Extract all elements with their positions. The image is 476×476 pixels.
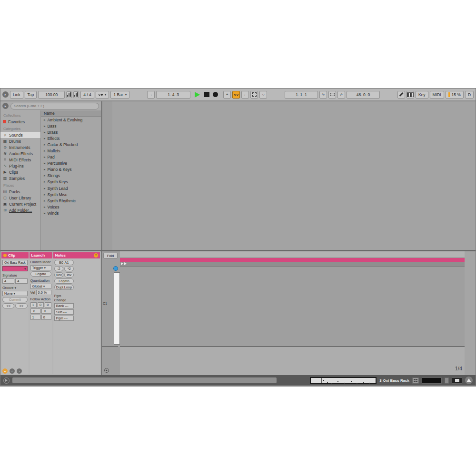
sub-bank-chooser[interactable]: Sub --- <box>54 309 74 315</box>
tap-tempo-button[interactable]: Tap <box>25 91 37 99</box>
clip-name-field[interactable]: Oxi Bass Rack <box>2 260 28 265</box>
duplicate-loop-button[interactable]: Dupl.Loop <box>54 285 74 290</box>
sidebar-item-sounds[interactable]: ♫Sounds <box>0 132 40 138</box>
expand-triangle-icon[interactable]: ▸ <box>44 143 46 147</box>
clip-box-header[interactable]: Clip <box>1 252 29 258</box>
browser-item-synth-misc[interactable]: ▸Synth Misc <box>41 191 101 198</box>
follow-time-beats[interactable]: 0 <box>38 302 44 307</box>
launch-box-toggle[interactable]: ○ <box>10 368 15 374</box>
status-play-icon[interactable] <box>3 377 10 384</box>
double-time-button[interactable]: *2 <box>64 266 74 271</box>
loop-start-display[interactable]: 1. 1. 1 <box>285 91 318 99</box>
expand-triangle-icon[interactable]: ▸ <box>44 149 46 153</box>
loop-brace[interactable] <box>120 258 465 262</box>
browser-item-synth-lead[interactable]: ▸Synth Lead <box>41 185 101 191</box>
metronome-button[interactable] <box>96 91 109 99</box>
reverse-button[interactable]: Rev <box>54 272 64 278</box>
signature-numerator[interactable]: 4 <box>2 278 14 284</box>
fold-button[interactable]: Fold <box>103 253 118 258</box>
browser-item-guitar-plucked[interactable]: ▸Guitar & Plucked <box>41 141 101 148</box>
arrangement-position-display[interactable]: 1. 4. 3 <box>156 91 190 99</box>
sidebar-item-instruments[interactable]: ⊙Instruments <box>0 144 40 150</box>
sidebar-item-user-library[interactable]: ◻User Library <box>0 195 40 201</box>
signature-denominator[interactable]: 4 <box>15 278 27 284</box>
sidebar-item-current-project[interactable]: ▣Current Project <box>0 201 40 207</box>
velocity-amount[interactable]: 0.0 % <box>36 290 51 295</box>
tempo-display[interactable]: 100.00 <box>38 91 65 99</box>
browser-item-bass[interactable]: ▸Bass <box>41 123 101 129</box>
nudge-up-icon[interactable] <box>73 91 79 98</box>
sidebar-item-clips[interactable]: ▶Clips <box>0 169 40 175</box>
midi-map-button[interactable]: MIDI <box>430 91 444 99</box>
browser-item-synth-rhythmic[interactable]: ▸Synth Rhythmic <box>41 198 101 204</box>
search-input[interactable]: Search (Cmd + F) <box>10 103 99 109</box>
overdub-button[interactable]: D <box>465 91 474 99</box>
note-grid[interactable] <box>120 272 465 345</box>
sidebar-item-drums[interactable]: ▦Drums <box>0 138 40 144</box>
browser-item-winds[interactable]: ▸Winds <box>41 210 101 216</box>
stop-button[interactable] <box>204 92 209 97</box>
notes-box-header[interactable]: Notes+ <box>53 252 100 258</box>
expand-triangle-icon[interactable]: ▸ <box>44 155 46 159</box>
launch-mode-chooser[interactable]: Trigger <box>30 265 51 270</box>
browser-item-mallets[interactable]: ▸Mallets <box>41 148 101 154</box>
groove-chooser[interactable]: None <box>2 291 28 296</box>
sidebar-item-packs[interactable]: ▤Packs <box>0 188 40 195</box>
browser-item-brass[interactable]: ▸Brass <box>41 129 101 135</box>
nudge-down-icon[interactable] <box>66 91 72 98</box>
punch-out-button[interactable]: ∿ <box>337 91 345 99</box>
follow-chance-b[interactable]: 0 <box>41 315 51 320</box>
halve-time-button[interactable]: :2 <box>54 266 64 271</box>
cpu-meter[interactable]: 15 % <box>446 91 464 99</box>
preview-headphone-icon[interactable] <box>113 266 118 271</box>
capture-midi-button[interactable]: ← <box>241 91 249 99</box>
expand-triangle-icon[interactable]: ▸ <box>44 187 46 190</box>
commit-button[interactable]: Commit <box>2 297 28 302</box>
beat-time-ruler[interactable] <box>120 251 465 258</box>
play-button[interactable] <box>195 92 200 98</box>
browser-item-effects[interactable]: ▸Effects <box>41 135 101 141</box>
envelope-box-toggle[interactable]: ♪ <box>17 368 22 374</box>
follow-action-b-chooser[interactable] <box>41 308 51 314</box>
sidebar-item-add-folder[interactable]: ⊞Add Folder... <box>0 207 40 213</box>
sidebar-item-midi-effects[interactable]: ≡MIDI Effects <box>0 157 40 163</box>
loop-length-display[interactable]: 48. 0. 0 <box>347 91 380 99</box>
expand-triangle-icon[interactable]: ▸ <box>44 161 46 165</box>
quantization-chooser[interactable]: Global <box>30 284 51 289</box>
collection-favorites[interactable]: Favorites <box>0 119 40 125</box>
name-column-header[interactable]: Name <box>41 110 101 117</box>
browser-item-voices[interactable]: ▸Voices <box>41 204 101 210</box>
browser-item-strings[interactable]: ▸Strings <box>41 173 101 179</box>
legato-notes-button[interactable]: Legato <box>54 278 74 284</box>
launch-box-header[interactable]: Launch <box>30 252 52 258</box>
velocity-lane[interactable] <box>120 346 465 375</box>
expand-triangle-icon[interactable]: ▸ <box>44 118 46 122</box>
browser-item-ambient-evolving[interactable]: ▸Ambient & Evolving <box>41 117 101 123</box>
browser-item-synth-keys[interactable]: ▸Synth Keys <box>41 179 101 185</box>
velocity-lane-toggle[interactable] <box>104 368 109 373</box>
clip-overview[interactable] <box>310 377 377 384</box>
expand-triangle-icon[interactable]: ▸ <box>44 174 46 178</box>
expand-triangle-icon[interactable]: ▸ <box>44 130 46 134</box>
next-clip-button[interactable]: >> <box>15 303 27 308</box>
follow-chance-a[interactable]: 1 <box>30 315 40 320</box>
prev-clip-button[interactable]: << <box>2 303 14 308</box>
sidebar-item-plug-ins[interactable]: ∿Plug-ins <box>0 163 40 169</box>
sidebar-item-samples[interactable]: ▥Samples <box>0 175 40 181</box>
record-button[interactable] <box>213 92 218 97</box>
follow-time-bars[interactable]: 1 <box>30 302 37 307</box>
browser-item-percussive[interactable]: ▸Percussive <box>41 160 101 167</box>
pgm-chooser[interactable]: Pgm --- <box>54 316 74 321</box>
app-menu-icon[interactable]: ▸ <box>2 91 9 98</box>
scrub-area[interactable] <box>120 262 465 267</box>
loop-start-marker[interactable] <box>121 262 123 265</box>
sidebar-item-audio-effects[interactable]: ≋Audio Effects <box>0 150 40 157</box>
expand-triangle-icon[interactable]: ▸ <box>44 205 46 209</box>
new-button[interactable]: + <box>223 91 231 99</box>
piano-keyboard[interactable] <box>114 272 120 345</box>
expand-triangle-icon[interactable]: ▸ <box>44 193 46 197</box>
legato-button[interactable]: Legato <box>30 271 51 277</box>
automation-arm-button[interactable] <box>232 91 240 99</box>
key-map-button[interactable]: Key <box>416 91 428 99</box>
link-button[interactable]: Link <box>10 91 23 99</box>
